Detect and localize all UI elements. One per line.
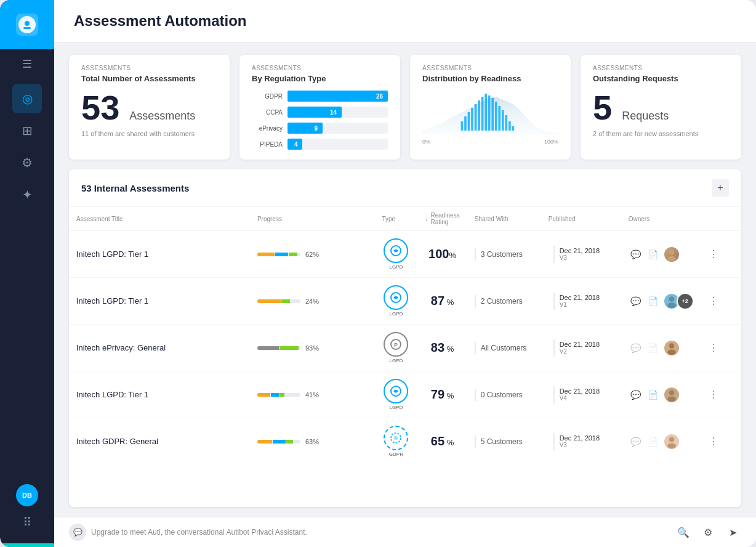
col-header-owners: Owners [621, 207, 701, 231]
hamburger-icon: ☰ [22, 57, 32, 71]
progress-bar: 41% [257, 391, 368, 399]
stat-title-total: Total Number of Assessments [81, 74, 217, 83]
stat-label-regulation: Assessments [252, 65, 388, 71]
bar-row-ccpa: CCPA 14 [252, 107, 388, 118]
svg-point-23 [669, 296, 674, 302]
bar-fill-gdpr: 26 [288, 91, 388, 102]
assessments-table-section: 53 Internal Assessments + Assessment Tit… [69, 169, 741, 507]
progress-pct: 93% [305, 344, 319, 352]
col-header-type: Type [374, 207, 417, 231]
app-logo[interactable] [0, 0, 54, 49]
action-icons: 💬 📄 [629, 246, 694, 263]
stat-label-distribution: Assessments [422, 65, 558, 71]
privacy-icon: ◎ [22, 91, 33, 106]
stat-sub-outstanding: 2 of them are for new assessments [593, 130, 729, 137]
row-title: Initech GDPR: General [76, 437, 158, 446]
doc-icon-inactive[interactable]: 📄 [646, 341, 661, 355]
shared-count: 5 Customers [475, 436, 534, 448]
action-icons: 💬 📄 [629, 339, 694, 357]
chat-icon-inactive[interactable]: 💬 [629, 434, 643, 449]
bar-track-eprivacy: 9 [288, 123, 388, 134]
bar-track-gdpr: 26 [288, 91, 388, 102]
stat-count-total: 53 [81, 91, 119, 125]
menu-toggle[interactable]: ☰ [0, 49, 54, 79]
progress-pct: 41% [305, 391, 319, 399]
sidebar-item-settings[interactable]: ✦ [12, 180, 42, 209]
readiness-value: 83 % [431, 341, 454, 354]
progress-bar: 93% [257, 344, 368, 352]
main-content: Assessment Automation Assessments Total … [54, 0, 756, 547]
bar-track-ccpa: 14 [288, 107, 388, 118]
chat-icon-inactive[interactable]: 💬 [629, 341, 643, 355]
owner-avatar [663, 433, 680, 450]
row-menu-button[interactable]: ⋮ [709, 342, 718, 353]
bar-value-eprivacy: 9 [314, 125, 320, 132]
svg-point-30 [669, 390, 674, 395]
type-badge-lgpd: LGPD [382, 238, 410, 270]
sidebar-item-tools[interactable]: ⚙ [12, 148, 42, 177]
progress-pct: 62% [305, 251, 319, 258]
bar-label-pipeda: PIPEDA [252, 141, 283, 148]
stats-row: Assessments Total Number of Assessments … [54, 43, 756, 169]
chat-icon[interactable]: 💬 [629, 247, 643, 262]
stat-title-outstanding: Outstanding Requests [593, 74, 729, 83]
stat-outstanding: Assessments Outstanding Requests 5 Reque… [581, 55, 741, 160]
doc-icon[interactable]: 📄 [646, 387, 661, 402]
sidebar-bottom: DB ⠿ [16, 484, 38, 543]
col-header-title: Assessment Title [69, 207, 250, 231]
table-title: 53 Internal Assessments [81, 183, 189, 193]
stat-unit-outstanding: Requests [622, 110, 669, 123]
row-menu-button[interactable]: ⋮ [709, 389, 718, 400]
col-header-published: Published [541, 207, 621, 231]
table-row: Initech LGPD: Tier 1 24% [69, 278, 741, 325]
user-avatar[interactable]: DB [16, 484, 38, 506]
svg-rect-3 [461, 121, 464, 131]
row-menu-button[interactable]: ⋮ [709, 249, 718, 259]
bar-row-pipeda: PIPEDA 4 [252, 139, 388, 150]
col-header-actions [701, 207, 741, 231]
owner-avatars [663, 433, 680, 450]
table-scroll-container: Assessment Title Progress Type ↓ Readine… [69, 207, 741, 464]
bar-fill-pipeda: 4 [288, 139, 302, 150]
svg-point-33 [394, 436, 398, 440]
sidebar-item-privacy[interactable]: ◎ [12, 84, 42, 113]
filter-bottom-icon[interactable]: ⚙ [699, 524, 717, 541]
progress-bar: 63% [257, 438, 368, 445]
published-cell: Dec 21, 2018 V1 [549, 293, 614, 310]
settings-icon: ✦ [22, 187, 33, 202]
tools-icon: ⚙ [22, 155, 33, 170]
more-owners-badge: +2 [677, 293, 694, 310]
svg-rect-7 [475, 104, 477, 131]
arrow-bottom-icon[interactable]: ➤ [724, 524, 741, 541]
add-assessment-button[interactable]: + [712, 179, 729, 197]
sidebar-dots[interactable]: ⠿ [16, 511, 38, 533]
svg-rect-1 [25, 21, 30, 26]
svg-rect-9 [481, 97, 484, 131]
sidebar-item-dashboard[interactable]: ⊞ [12, 116, 42, 145]
owner-avatar [663, 246, 680, 263]
stat-count-outstanding: 5 [593, 91, 612, 125]
chatbot-message: 💬 Upgrade to meet Auti, the conversation… [69, 524, 307, 541]
chat-icon[interactable]: 💬 [629, 387, 643, 402]
bar-label-eprivacy: ePrivacy [252, 125, 283, 132]
svg-rect-14 [498, 106, 501, 131]
svg-rect-12 [491, 98, 494, 131]
doc-icon-inactive[interactable]: 📄 [646, 434, 661, 449]
row-menu-button[interactable]: ⋮ [709, 296, 718, 306]
search-bottom-icon[interactable]: 🔍 [675, 524, 692, 541]
svg-point-35 [667, 443, 676, 448]
doc-icon[interactable]: 📄 [646, 294, 661, 309]
stat-sub-total: 11 of them are shared with customers [81, 130, 217, 137]
chat-icon-active[interactable]: 💬 [629, 294, 643, 309]
owner-avatars [663, 246, 680, 263]
row-menu-button[interactable]: ⋮ [709, 436, 718, 447]
table-row: Initech ePrivacy: General 93% [69, 325, 741, 371]
shared-count: 2 Customers [475, 295, 534, 307]
shared-count: 3 Customers [475, 248, 534, 261]
row-title: Initech LGPD: Tier 1 [76, 390, 148, 399]
svg-rect-4 [464, 116, 467, 131]
chart-axis: 0% 100% [422, 139, 558, 145]
svg-rect-15 [502, 110, 504, 131]
page-header: Assessment Automation [54, 0, 756, 43]
doc-icon[interactable]: 📄 [646, 247, 661, 262]
